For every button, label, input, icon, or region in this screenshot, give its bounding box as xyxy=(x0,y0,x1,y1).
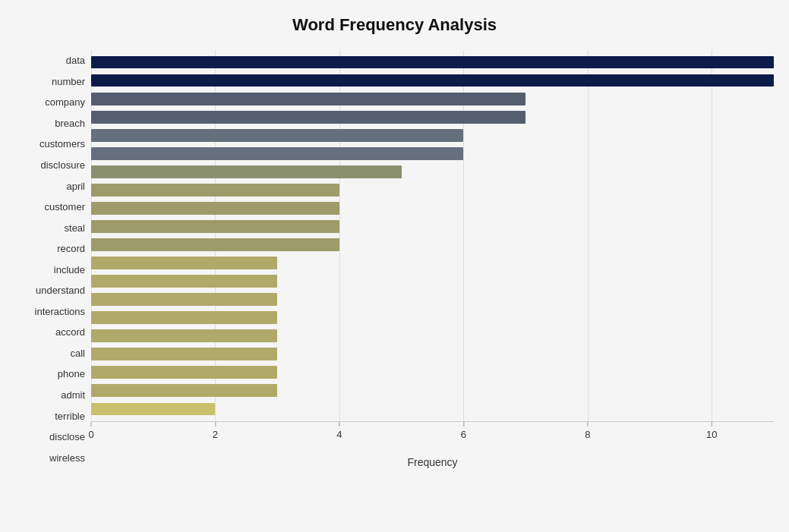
x-tick-line xyxy=(90,422,91,427)
y-label: company xyxy=(45,97,85,107)
bar-row xyxy=(91,254,774,272)
bar xyxy=(91,238,339,251)
y-label: wireless xyxy=(49,453,85,463)
x-tick: 6 xyxy=(461,422,466,440)
y-label: number xyxy=(52,77,85,87)
x-tick: 4 xyxy=(336,422,342,440)
chart-area: datanumbercompanybreachcustomersdisclosu… xyxy=(15,50,774,468)
y-label: accord xyxy=(55,327,85,337)
x-tick-line xyxy=(215,422,216,427)
y-label: disclose xyxy=(49,432,85,442)
bar xyxy=(91,384,277,397)
bar xyxy=(91,202,339,215)
x-tick-label: 10 xyxy=(706,429,717,440)
x-tick-line xyxy=(587,422,588,427)
x-tick-label: 0 xyxy=(88,429,93,440)
y-label: terrible xyxy=(55,411,85,421)
bar xyxy=(91,220,339,233)
bar xyxy=(91,403,215,416)
y-label: breach xyxy=(55,118,85,128)
bar xyxy=(91,165,402,178)
bar-row xyxy=(91,71,774,90)
bar xyxy=(91,184,339,197)
x-tick-label: 4 xyxy=(336,429,342,440)
bar-row xyxy=(91,162,774,181)
bar-row xyxy=(91,309,774,327)
bar-row xyxy=(91,235,774,253)
bar xyxy=(91,257,277,269)
y-label: admit xyxy=(61,390,85,400)
chart-title: Word Frequency Analysis xyxy=(15,15,774,35)
bar-row xyxy=(91,345,774,364)
x-tick: 10 xyxy=(706,422,717,440)
y-label: record xyxy=(57,244,85,253)
x-tick-label: 8 xyxy=(585,429,590,440)
x-tick: 2 xyxy=(213,422,218,440)
x-axis-title: Frequency xyxy=(91,456,774,468)
bar xyxy=(91,147,463,160)
bar-row xyxy=(91,400,774,418)
bar xyxy=(91,293,277,306)
x-tick-label: 6 xyxy=(461,429,466,440)
bar xyxy=(91,74,774,87)
bar-row xyxy=(91,108,774,126)
bar-row xyxy=(91,382,774,400)
x-tick-line xyxy=(339,422,339,427)
y-label: data xyxy=(66,55,85,65)
y-labels: datanumbercompanybreachcustomersdisclosu… xyxy=(15,50,91,468)
y-label: call xyxy=(70,348,85,358)
y-label: interactions xyxy=(35,307,85,316)
bar-row xyxy=(91,126,774,144)
y-label: steal xyxy=(65,223,85,233)
bar-row xyxy=(91,199,774,217)
y-label: understand xyxy=(36,285,85,295)
bars-inner xyxy=(91,50,774,421)
bar-row xyxy=(91,291,774,309)
bar-row xyxy=(91,53,774,71)
y-label: customers xyxy=(39,139,85,149)
x-axis: 0246810 xyxy=(91,421,774,452)
bar-row xyxy=(91,364,774,382)
bar xyxy=(91,329,277,342)
chart-container: Word Frequency Analysis datanumbercompan… xyxy=(0,0,789,532)
bar xyxy=(91,129,463,142)
bar xyxy=(91,311,277,324)
bar-row xyxy=(91,217,774,235)
bar-row xyxy=(91,90,774,108)
x-tick: 8 xyxy=(585,422,590,440)
bars-area xyxy=(91,50,774,421)
y-label: include xyxy=(54,265,85,275)
x-tick-line xyxy=(712,422,712,427)
bar xyxy=(91,93,525,105)
y-label: april xyxy=(66,181,85,191)
bar xyxy=(91,56,774,69)
bar-row xyxy=(91,181,774,199)
bar xyxy=(91,275,277,288)
bar-row xyxy=(91,272,774,291)
bar-row xyxy=(91,144,774,162)
y-label: disclosure xyxy=(40,160,85,170)
y-label: phone xyxy=(58,369,85,379)
bar-row xyxy=(91,327,774,345)
bar xyxy=(91,366,277,379)
y-label: customer xyxy=(45,202,85,212)
x-tick-line xyxy=(463,422,464,427)
x-tick-label: 2 xyxy=(213,429,218,440)
x-tick: 0 xyxy=(88,422,93,440)
bars-and-xaxis: 0246810 Frequency xyxy=(91,50,774,468)
bar xyxy=(91,348,277,360)
bar xyxy=(91,111,525,124)
